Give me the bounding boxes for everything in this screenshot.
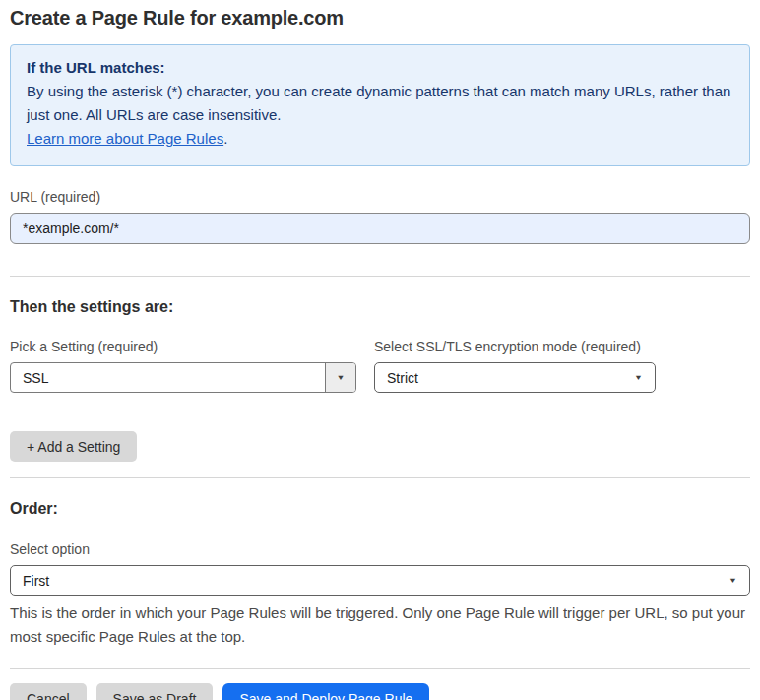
setting-pickers-row: Pick a Setting (required) SSL ▼ Select S… (10, 339, 750, 393)
info-box-body: By using the asterisk (*) character, you… (27, 80, 733, 127)
url-input[interactable] (10, 213, 750, 244)
chevron-down-icon: ▼ (337, 374, 346, 382)
info-box-heading: If the URL matches: (27, 56, 733, 80)
mode-picker-label: Select SSL/TLS encryption mode (required… (374, 339, 656, 354)
mode-select-value: Strict (387, 370, 418, 386)
footer-actions: Cancel Save as Draft Save and Deploy Pag… (10, 683, 750, 700)
save-deploy-button[interactable]: Save and Deploy Page Rule (222, 683, 429, 700)
mode-picker-group: Select SSL/TLS encryption mode (required… (374, 339, 656, 393)
add-setting-button[interactable]: + Add a Setting (10, 431, 137, 462)
order-help-text: This is the order in which your Page Rul… (10, 602, 750, 649)
create-page-rule-form: Create a Page Rule for example.com If th… (0, 0, 760, 700)
setting-select-value: SSL (11, 363, 325, 392)
order-heading: Order: (10, 500, 750, 518)
chevron-down-icon: ▼ (728, 577, 737, 585)
learn-more-link[interactable]: Learn more about Page Rules (27, 130, 223, 147)
setting-picker-label: Pick a Setting (required) (10, 339, 356, 354)
settings-heading: Then the settings are: (10, 298, 750, 316)
url-label: URL (required) (10, 189, 750, 205)
divider (10, 668, 750, 669)
setting-select[interactable]: SSL ▼ (10, 362, 356, 393)
cancel-button[interactable]: Cancel (10, 683, 87, 700)
order-select-label: Select option (10, 541, 750, 557)
setting-select-arrow-button[interactable]: ▼ (325, 363, 355, 392)
info-box-link-line: Learn more about Page Rules. (27, 127, 733, 151)
setting-picker-group: Pick a Setting (required) SSL ▼ (10, 339, 356, 393)
save-draft-button[interactable]: Save as Draft (96, 683, 214, 700)
order-select[interactable]: First ▼ (10, 565, 750, 596)
link-suffix: . (223, 130, 227, 147)
url-match-info-box: If the URL matches: By using the asteris… (10, 44, 750, 166)
divider (10, 276, 750, 277)
chevron-down-icon: ▼ (634, 374, 643, 382)
page-title: Create a Page Rule for example.com (10, 7, 750, 30)
divider (10, 477, 750, 478)
order-select-value: First (23, 573, 49, 589)
ssl-mode-select[interactable]: Strict ▼ (374, 362, 656, 393)
